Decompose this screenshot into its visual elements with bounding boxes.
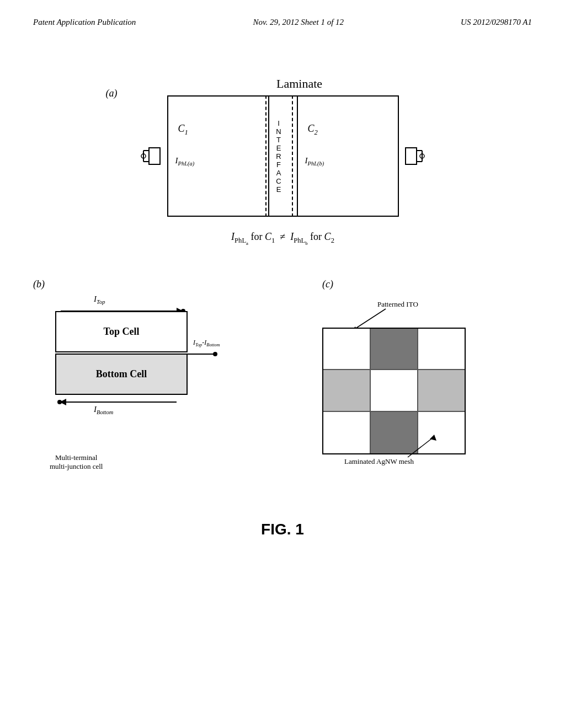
laminate-title: Laminate [276,77,322,91]
grid-cell-0-1 [371,329,418,370]
page-header: Patent Application Publication Nov. 29, … [0,0,565,27]
figure-a-section: (a) Laminate [33,77,532,245]
fig-a-equation: IPhLa for C1 ≠ IPhLb for C2 [231,231,334,245]
iphlb-label: IPhL(b) [305,156,324,167]
terminal-right [396,140,427,173]
svg-line-20 [408,438,433,457]
c2-label: C2 [308,123,318,137]
bottom-cell-box: Bottom Cell [55,354,188,395]
header-patent-number: US 2012/0298170 A1 [461,18,532,27]
figure-number: FIG. 1 [33,521,532,538]
svg-point-17 [57,400,62,404]
figure-b-container: (b) ITop Top Cell Bottom Cell [33,279,265,471]
iphla-label: IPhL(a) [175,156,195,167]
top-cell-box: Top Cell [55,311,188,352]
bottom-cell-label: Bottom Cell [96,368,147,380]
agnw-mesh-label: Laminated AgNW mesh [344,457,414,466]
laminate-diagram: I N T E R F A C E C1 [140,95,427,222]
figure-bc-section: (b) ITop Top Cell Bottom Cell [33,279,532,477]
lam-interface: I N T E R F A C E [265,95,293,217]
grid-cell-1-1 [371,370,418,411]
ibottom-arrow [55,397,193,419]
top-cell-label: Top Cell [104,326,140,338]
header-publication-label: Patent Application Publication [33,18,136,27]
fig-a-label: (a) [106,88,118,99]
figure-b-diagram: ITop Top Cell Bottom Cell [50,295,237,449]
figure-c-container: (c) Patterned ITO [322,279,532,477]
svg-point-14 [213,352,217,356]
grid-cell-1-2 [418,370,465,411]
itop-ibottom-label: ITop-IBottom [193,339,220,347]
mid-connection [182,349,226,360]
grid-cell-0-2 [418,329,465,370]
terminal-left [140,140,170,173]
ibottom-label: IBottom [94,405,113,415]
multi-terminal-caption: Multi-terminalmulti-junction cell [50,453,103,471]
svg-rect-5 [406,148,417,164]
svg-rect-0 [149,148,160,164]
terminal-left-icon [141,140,168,173]
fig-c-label: (c) [322,279,333,290]
grid-cell-0-0 [323,329,371,370]
interface-text: I N T E R F A C E [276,119,281,194]
fig-b-label: (b) [33,279,45,290]
grid-cell-1-0 [323,370,371,411]
agnw-arrow [322,427,477,460]
terminal-right-icon [397,140,425,173]
figure-c-diagram-wrapper: Patterned ITO [322,300,477,477]
c1-label: C1 [178,123,188,137]
header-date-sheet: Nov. 29, 2012 Sheet 1 of 12 [253,18,344,27]
